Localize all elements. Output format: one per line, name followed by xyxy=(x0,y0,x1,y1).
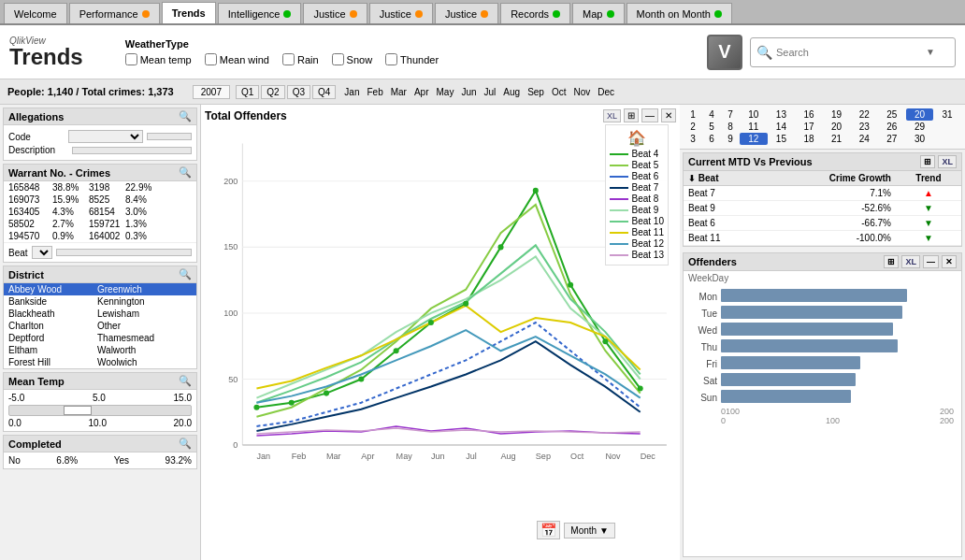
cal-12[interactable]: 12 xyxy=(740,133,768,145)
offenders-table-icon[interactable]: ⊞ xyxy=(884,255,899,268)
cal-4[interactable]: 4 xyxy=(702,108,721,121)
weather-mean-temp-check[interactable] xyxy=(125,53,137,65)
cal-19[interactable]: 19 xyxy=(823,108,851,121)
district-row-6[interactable]: Eltham Walworth xyxy=(4,344,196,356)
mtd-row-1[interactable]: Beat 7 7.1% ▲ xyxy=(684,186,961,201)
weather-mean-wind-check[interactable] xyxy=(205,53,217,65)
weather-thunder-check[interactable] xyxy=(385,53,397,65)
cal-21b[interactable]: 21 xyxy=(823,133,851,145)
allegations-code-select[interactable] xyxy=(68,130,143,143)
cal-15[interactable]: 15 xyxy=(768,133,796,145)
may-btn[interactable]: May xyxy=(434,86,457,98)
weather-snow-check[interactable] xyxy=(332,53,344,65)
mtd-xl-btn[interactable]: XL xyxy=(938,155,957,168)
weather-thunder[interactable]: Thunder xyxy=(385,53,439,65)
cal-13[interactable]: 13 xyxy=(768,108,796,121)
district-row-4[interactable]: Charlton Other xyxy=(4,320,196,332)
chart-expand-icon[interactable]: ⊞ xyxy=(624,108,639,122)
warrant-row-1[interactable]: 165848 38.8% 3198 22.9% xyxy=(4,181,196,194)
cal-5[interactable]: 5 xyxy=(702,121,721,133)
cal-26[interactable]: 26 xyxy=(878,121,906,133)
mtd-table-icon[interactable]: ⊞ xyxy=(920,155,935,168)
cal-29[interactable]: 29 xyxy=(906,121,934,133)
cal-24[interactable]: 24 xyxy=(850,133,878,145)
cal-10[interactable]: 10 xyxy=(740,108,768,121)
cal-8[interactable]: 8 xyxy=(721,121,740,133)
apr-btn[interactable]: Apr xyxy=(411,86,432,98)
q3-btn[interactable]: Q3 xyxy=(287,85,310,99)
cal-17[interactable]: 17 xyxy=(795,121,823,133)
aug-btn[interactable]: Aug xyxy=(500,86,523,98)
offenders-xl-btn[interactable]: XL xyxy=(901,255,920,268)
chart-xl-btn[interactable]: XL xyxy=(603,109,621,122)
allegations-search-icon[interactable]: 🔍 xyxy=(179,110,192,122)
warrant-row-4[interactable]: 58502 2.7% 159721 1.3% xyxy=(4,218,196,230)
cal-3[interactable]: 3 xyxy=(684,133,702,145)
cal-11[interactable]: 11 xyxy=(740,121,768,133)
mtd-row-4[interactable]: Beat 11 -100.0% ▼ xyxy=(684,231,961,246)
offenders-minimize-icon[interactable]: — xyxy=(923,255,939,268)
chart-minimize-icon[interactable]: — xyxy=(641,108,658,122)
slider-code[interactable] xyxy=(147,133,192,140)
completed-search-icon[interactable]: 🔍 xyxy=(179,438,192,450)
q4-btn[interactable]: Q4 xyxy=(312,85,336,99)
jun-btn[interactable]: Jun xyxy=(458,86,479,98)
meantemp-slider-handle[interactable] xyxy=(64,406,92,415)
tab-welcome[interactable]: Welcome xyxy=(4,3,67,23)
warrant-row-3[interactable]: 163405 4.3% 68154 3.0% xyxy=(4,206,196,218)
chart-close-icon[interactable]: ✕ xyxy=(661,108,676,122)
mtd-row-2[interactable]: Beat 9 -52.6% ▼ xyxy=(684,201,961,216)
feb-btn[interactable]: Feb xyxy=(364,86,385,98)
tab-justice2[interactable]: Justice xyxy=(369,3,433,23)
weather-mean-wind[interactable]: Mean wind xyxy=(205,53,269,65)
search-input[interactable] xyxy=(776,47,926,58)
dec-btn[interactable]: Dec xyxy=(595,86,617,98)
mtd-row-3[interactable]: Beat 6 -66.7% ▼ xyxy=(684,216,961,231)
cal-20[interactable]: 20 xyxy=(906,108,934,121)
month-dropdown-btn[interactable]: Month ▼ xyxy=(564,523,615,538)
cal-14[interactable]: 14 xyxy=(768,121,796,133)
tab-performance[interactable]: Performance xyxy=(69,3,160,23)
q1-btn[interactable]: Q1 xyxy=(236,85,259,99)
jan-btn[interactable]: Jan xyxy=(341,86,362,98)
cal-16[interactable]: 16 xyxy=(795,108,823,121)
district-row-5[interactable]: Deptford Thamesmead xyxy=(4,332,196,344)
cal-2[interactable]: 2 xyxy=(684,121,702,133)
mar-btn[interactable]: Mar xyxy=(388,86,410,98)
slider-desc[interactable] xyxy=(72,147,192,154)
nov-btn[interactable]: Nov xyxy=(570,86,593,98)
beat-select[interactable] xyxy=(32,246,52,259)
jul-btn[interactable]: Jul xyxy=(482,86,499,98)
cal-30[interactable]: 30 xyxy=(906,133,934,145)
weather-rain[interactable]: Rain xyxy=(282,53,319,65)
warrant-row-5[interactable]: 194570 0.9% 164002 0.3% xyxy=(4,230,196,242)
weather-mean-temp[interactable]: Mean temp xyxy=(125,53,192,65)
cal-7[interactable]: 7 xyxy=(721,108,740,121)
tab-trends[interactable]: Trends xyxy=(162,2,216,23)
sep-btn[interactable]: Sep xyxy=(525,86,547,98)
tab-records[interactable]: Records xyxy=(500,3,570,23)
cal-6[interactable]: 6 xyxy=(702,133,721,145)
chart-calendar-icon[interactable]: 📅 xyxy=(537,521,560,539)
meantemp-search-icon[interactable]: 🔍 xyxy=(179,375,192,387)
beat-slider[interactable] xyxy=(56,249,192,256)
cal-1[interactable]: 1 xyxy=(684,108,702,121)
q2-btn[interactable]: Q2 xyxy=(261,85,284,99)
cal-9[interactable]: 9 xyxy=(721,133,740,145)
cal-23[interactable]: 23 xyxy=(850,121,878,133)
cal-25[interactable]: 25 xyxy=(878,108,906,121)
search-dropdown-icon[interactable]: ▼ xyxy=(926,47,935,57)
cal-27[interactable]: 27 xyxy=(878,133,906,145)
cal-22[interactable]: 22 xyxy=(850,108,878,121)
tab-intelligence[interactable]: Intelligence xyxy=(218,3,302,23)
district-row-3[interactable]: Blackheath Lewisham xyxy=(4,308,196,320)
tab-justice1[interactable]: Justice xyxy=(303,3,367,23)
district-search-icon[interactable]: 🔍 xyxy=(179,268,192,280)
district-row-7[interactable]: Forest Hill Woolwich xyxy=(4,356,196,368)
tab-month-on-month[interactable]: Month on Month xyxy=(627,3,733,23)
warrant-search-icon[interactable]: 🔍 xyxy=(179,166,192,179)
weather-rain-check[interactable] xyxy=(282,53,295,65)
oct-btn[interactable]: Oct xyxy=(549,86,569,98)
v-button[interactable]: V xyxy=(707,35,742,70)
offenders-close-icon[interactable]: ✕ xyxy=(942,255,957,268)
